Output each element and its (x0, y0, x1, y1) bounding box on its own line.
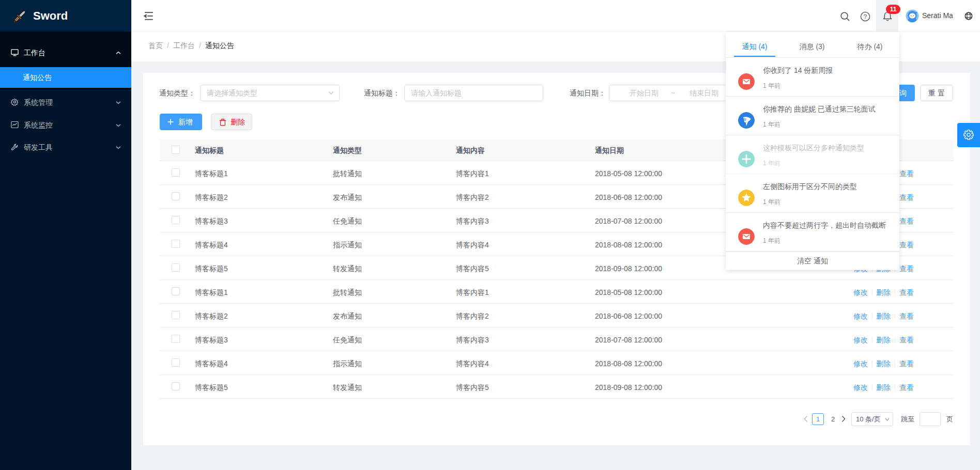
svg-text:?: ? (864, 13, 867, 20)
